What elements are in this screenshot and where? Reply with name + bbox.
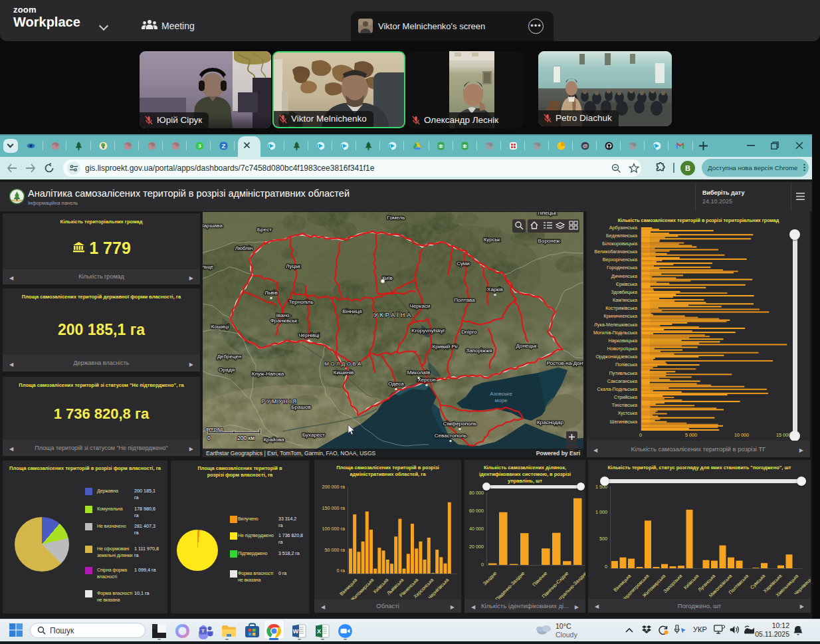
svg-text:Черкаси: Черкаси <box>410 303 431 309</box>
svg-text:Клуж-Напока: Клуж-Напока <box>252 371 284 377</box>
svg-text:Kropyvnytskyi: Kropyvnytskyi <box>411 328 445 334</box>
svg-text:Powered by Esri: Powered by Esri <box>536 450 580 457</box>
svg-text:Вінниця: Вінниця <box>342 308 361 314</box>
svg-text:УКРАЇНА: УКРАЇНА <box>374 312 413 318</box>
svg-text:Воронеж: Воронеж <box>538 238 560 244</box>
svg-text:Z: Z <box>222 142 226 150</box>
svg-text:Миколаїв: Миколаїв <box>407 370 431 376</box>
svg-text:Кривий Ріг: Кривий Ріг <box>432 344 458 350</box>
svg-text:Бухарест: Бухарест <box>302 432 325 438</box>
svg-text:Крайова: Крайова <box>263 437 284 443</box>
svg-text:W: W <box>293 628 299 635</box>
svg-text:Донецьк: Донецьк <box>516 343 537 349</box>
svg-text:Брест: Брест <box>257 227 272 233</box>
svg-text:Варшава: Варшава <box>203 223 223 229</box>
svg-text:3: 3 <box>198 143 201 149</box>
svg-text:Тернопіль: Тернопіль <box>288 299 313 305</box>
svg-text:Кошиці: Кошиці <box>211 324 229 330</box>
svg-text:Кишинів: Кишинів <box>334 370 354 376</box>
svg-text:@: @ <box>582 143 587 149</box>
svg-text:Сімферополь: Сімферополь <box>443 421 476 427</box>
svg-text:Полтава: Полтава <box>454 297 475 303</box>
svg-text:Чернівці: Чернівці <box>298 332 319 338</box>
svg-text:Херсон: Херсон <box>417 377 435 383</box>
svg-text:T: T <box>201 628 205 634</box>
svg-text:Севастополь: Севастополь <box>435 433 466 439</box>
svg-text:Курськ: Курськ <box>484 237 500 243</box>
svg-text:X: X <box>317 628 321 635</box>
svg-text:Earthstar Geographics | Esri,: Earthstar Geographics | Esri, TomTom, Ga… <box>206 450 376 457</box>
svg-text:РУМУНІЯ: РУМУНІЯ <box>261 398 298 405</box>
svg-text:z: z <box>800 626 802 630</box>
svg-text:море: море <box>495 397 508 403</box>
svg-text:Гомель: Гомель <box>387 215 405 221</box>
svg-text:200 км: 200 км <box>237 435 255 441</box>
svg-text:Суми: Суми <box>457 261 470 267</box>
svg-text:Дебрецен: Дебрецен <box>217 354 242 360</box>
svg-text:Ростов-на-Дону: Ростов-на-Дону <box>547 360 583 366</box>
svg-text:Люблін: Люблін <box>235 245 253 251</box>
svg-text:Луцьк: Луцьк <box>286 263 300 269</box>
svg-text:Азовське: Азовське <box>490 391 512 397</box>
svg-text:МОЛДОВА: МОЛДОВА <box>324 361 363 367</box>
svg-text:Львів: Львів <box>264 290 278 296</box>
svg-text:Брашов: Брашов <box>291 404 310 410</box>
svg-text:Ліпецьк: Ліпецьк <box>538 212 557 216</box>
svg-text:Запоріжжя: Запоріжжя <box>466 348 492 354</box>
svg-text:Харків: Харків <box>487 286 503 292</box>
svg-text:Dnipro: Dnipro <box>461 329 477 335</box>
svg-text:Кельце: Кельце <box>203 264 214 270</box>
svg-text:Краснодар: Краснодар <box>537 419 564 425</box>
svg-text:Одеса: Одеса <box>388 381 404 387</box>
svg-text:0: 0 <box>207 435 211 441</box>
svg-text:Орадя: Орадя <box>219 367 235 373</box>
